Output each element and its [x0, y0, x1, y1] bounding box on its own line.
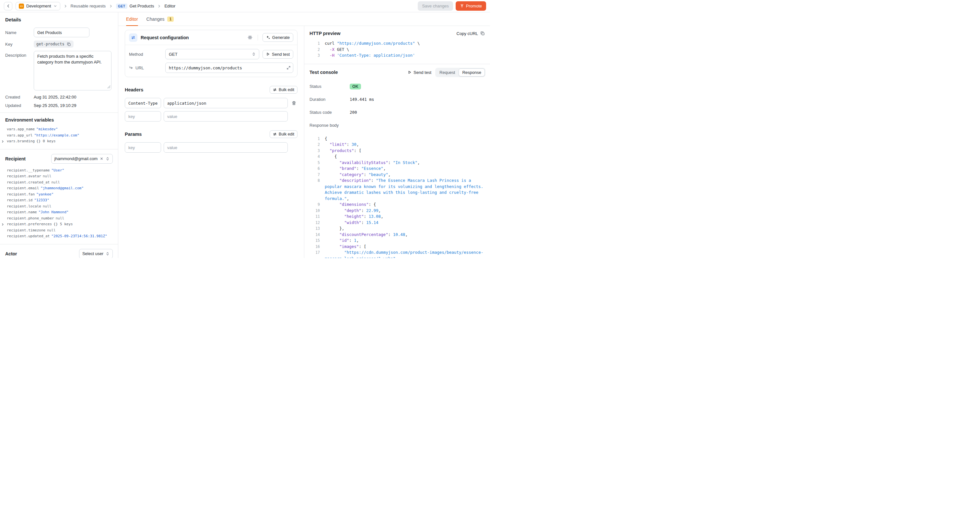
new-param-key-input[interactable] [125, 142, 161, 153]
key-label: Key [5, 42, 34, 47]
variable-key: recipient.avatar [7, 174, 41, 179]
variable-row: vars.app_url "https://example.com" [0, 132, 118, 139]
recipient-select[interactable]: jhammond@gmail.com [51, 154, 113, 164]
breadcrumb-request[interactable]: GET Get Products [116, 3, 154, 9]
updated-label: Updated [5, 103, 34, 108]
variable-row: recipient.preferences {} 5 keys [0, 221, 118, 228]
name-input[interactable] [34, 27, 89, 37]
variable-value: "12333" [34, 198, 49, 203]
line-number: 1 [310, 136, 320, 142]
line-number: 9 [310, 202, 320, 208]
toggle-request[interactable]: Request [436, 68, 458, 76]
name-field-row: Name [0, 27, 118, 37]
header-key-input[interactable] [125, 98, 161, 108]
generate-button[interactable]: Generate [262, 33, 293, 42]
code-row: 4 { [310, 154, 485, 160]
variable-key: recipient.id [7, 198, 32, 203]
console-send-test-button[interactable]: Send test [408, 70, 431, 75]
params-bulk-edit-button[interactable]: Bulk edit [270, 130, 298, 138]
variable-row: vars.app_name "mikesdev" [0, 126, 118, 132]
environment-variables-list: vars.app_name "mikesdev" vars.app_url "h… [0, 126, 118, 145]
clear-recipient-icon[interactable] [100, 157, 103, 161]
updated-value: Sep 25 2025, 19:10:29 [34, 103, 76, 108]
request-configuration-body: Method GET Send test [125, 45, 297, 77]
recipient-header-row: Recipient jhammond@gmail.com [0, 154, 118, 164]
actor-select[interactable]: Select user [79, 249, 113, 258]
bulk-edit-icon [273, 88, 277, 92]
delete-header-button[interactable] [292, 101, 296, 105]
new-header-key-input[interactable] [125, 111, 161, 121]
chevron-left-icon [6, 4, 10, 8]
resize-grip[interactable] [107, 84, 110, 89]
chevrons-up-down-icon [106, 157, 110, 161]
code-row: 14 "discountPercentage": 10.48, [310, 232, 485, 238]
variable-key: vars.app_name [7, 127, 35, 132]
copy-key-button[interactable] [67, 42, 71, 46]
environment-name: Development [26, 3, 51, 8]
expand-caret-icon[interactable] [1, 223, 5, 226]
expand-url-button[interactable] [286, 66, 291, 70]
variable-value: "John Hammond" [38, 210, 69, 215]
line-number: 3 [310, 148, 320, 154]
line-number: 15 [310, 237, 320, 244]
description-textarea[interactable]: Fetch products from a specific category … [34, 51, 111, 91]
swap-arrows-icon [131, 35, 135, 40]
environment-icon [19, 3, 24, 9]
code-line: -H 'Content-Type: application/json' [325, 53, 485, 59]
test-console-actions: Send test Request Response [408, 68, 485, 77]
new-header-row [125, 111, 298, 121]
headers-bulk-edit-button[interactable]: Bulk edit [270, 86, 298, 94]
breadcrumb-reusable-requests[interactable]: Reusable requests [71, 3, 106, 8]
send-test-button[interactable]: Send test [262, 50, 293, 59]
code-row: 6 "brand": "Essence", [310, 166, 485, 172]
url-input[interactable] [165, 62, 293, 73]
save-changes-button[interactable]: Save changes [418, 1, 453, 11]
url-row: URL [129, 62, 293, 73]
created-label: Created [5, 95, 34, 99]
key-chip: get-products [34, 40, 73, 48]
line-number: 2 [310, 47, 320, 53]
new-param-value-input[interactable] [164, 142, 288, 153]
variable-row: recipient.updated_at "2025-09-23T14:56:3… [0, 233, 118, 239]
bulk-edit-label: Bulk edit [279, 132, 294, 137]
divider [0, 244, 118, 244]
expand-caret-icon[interactable] [1, 140, 5, 143]
variable-row: vars.branding {} 0 keys [0, 139, 118, 145]
toggle-response[interactable]: Response [458, 68, 485, 76]
app-root: Development Reusable requests GET Get Pr… [0, 0, 490, 258]
variable-row: recipient.avatar null [0, 174, 118, 180]
params-title: Params [125, 132, 142, 137]
code-row: 3 -H 'Content-Type: application/json' [310, 53, 485, 59]
code-row: 2 -X GET \ [310, 47, 485, 53]
promote-button[interactable]: Promote [456, 1, 486, 11]
trash-icon [292, 101, 296, 105]
variable-value: {} 5 keys [54, 222, 73, 227]
new-param-row [125, 142, 298, 153]
request-response-toggle: Request Response [435, 68, 485, 77]
new-header-value-input[interactable] [164, 111, 288, 121]
variable-key: recipient.__typename [7, 168, 49, 173]
changes-count-badge: 1 [167, 16, 174, 22]
request-settings-button[interactable] [247, 34, 253, 40]
http-preview-title: HTTP preview [310, 31, 340, 36]
panels: Request configuration Generate [118, 26, 490, 258]
headers-title: Headers [125, 87, 143, 92]
code-line: "limit": 30, [325, 142, 485, 148]
response-body-code: 1{2 "limit": 30,3 "products": [4 {5 "ava… [304, 135, 490, 258]
code-row: 13 }, [310, 226, 485, 232]
variable-value: null [56, 216, 65, 221]
variable-row: recipient.name "John Hammond" [0, 209, 118, 215]
topbar: Development Reusable requests GET Get Pr… [0, 0, 490, 12]
variable-key: recipient.updated_at [7, 234, 49, 239]
http-preview-header: HTTP preview Copy cURL [304, 26, 490, 40]
status-code-label: Status code [310, 110, 350, 115]
environment-switcher[interactable]: Development [16, 2, 60, 10]
method-select[interactable]: GET [165, 49, 259, 59]
copy-curl-button[interactable]: Copy cURL [457, 31, 485, 36]
tab-changes[interactable]: Changes 1 [146, 12, 174, 25]
header-value-input[interactable] [164, 98, 288, 108]
code-line: "discountPercentage": 10.48, [325, 232, 485, 238]
headers-section: Headers Bulk edit [125, 86, 298, 121]
back-button[interactable] [4, 2, 12, 10]
tab-editor[interactable]: Editor [126, 12, 138, 25]
